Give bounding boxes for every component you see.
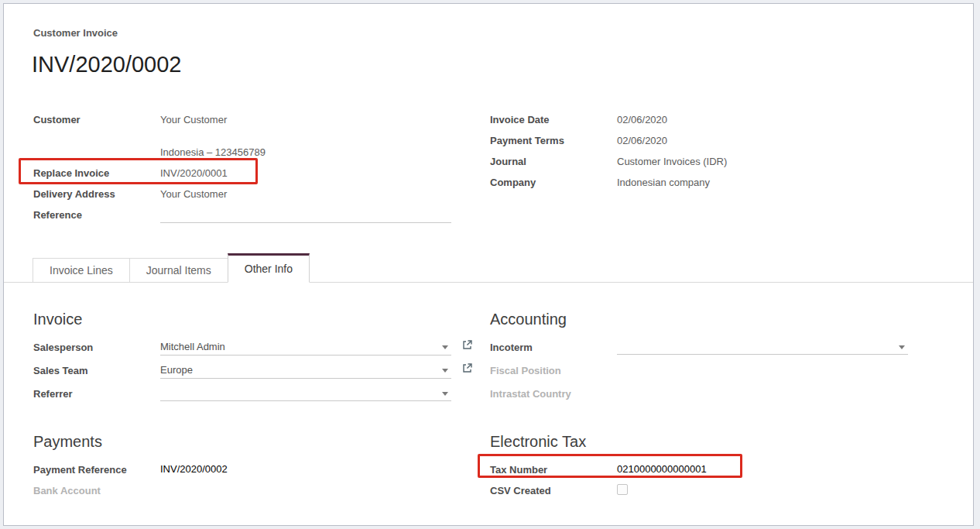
section-accounting: Accounting Incoterm Fiscal Position Intr… xyxy=(490,309,943,409)
field-row-fiscal-position: Fiscal Position xyxy=(490,362,943,386)
referrer-label: Referrer xyxy=(33,386,160,402)
section-electronic-tax: Electronic Tax Tax Number 02100000000000… xyxy=(490,431,943,503)
field-row-reference: Reference xyxy=(33,208,467,223)
field-row-invoice-date: Invoice Date 02/06/2020 xyxy=(490,112,954,128)
payment-reference-label: Payment Reference xyxy=(33,462,160,478)
payment-terms-label: Payment Terms xyxy=(490,133,617,149)
field-row-intrastat-country: Intrastat Country xyxy=(490,386,943,409)
tab-invoice-lines[interactable]: Invoice Lines xyxy=(33,258,130,282)
tab-journal-items[interactable]: Journal Items xyxy=(129,258,228,282)
fiscal-position-label: Fiscal Position xyxy=(490,362,617,379)
replace-invoice-label: Replace Invoice xyxy=(33,166,160,181)
replace-invoice-link[interactable]: INV/2020/0001 xyxy=(160,166,228,181)
company-link[interactable]: Indonesian company xyxy=(617,175,710,191)
tab-other-info[interactable]: Other Info xyxy=(228,253,310,283)
invoice-date-label: Invoice Date xyxy=(490,112,617,128)
notebook-tabbar: Invoice Lines Journal Items Other Info xyxy=(4,253,973,283)
bank-account-label: Bank Account xyxy=(33,483,160,499)
tax-number-value: 0210000000000001 xyxy=(617,462,707,477)
csv-created-label: CSV Created xyxy=(490,483,617,499)
field-row-customer: Customer Your Customer xyxy=(33,112,467,128)
sales-team-label: Sales Team xyxy=(33,362,160,379)
payment-terms-value: 02/06/2020 xyxy=(617,133,667,149)
customer-address-line: Indonesia – 123456789 xyxy=(160,145,467,160)
salesperson-input[interactable]: Mitchell Admin xyxy=(160,339,451,356)
document-type-label: Customer Invoice xyxy=(33,27,118,39)
sales-team-value: Europe xyxy=(160,364,193,376)
referrer-input[interactable] xyxy=(160,386,451,401)
invoice-date-value: 02/06/2020 xyxy=(617,112,667,128)
section-invoice: Invoice Salesperson Mitchell Admin Sales… xyxy=(33,309,486,409)
field-row-payment-reference: Payment Reference INV/2020/0002 xyxy=(33,462,486,483)
field-row-journal: Journal Customer Invoices (IDR) xyxy=(490,154,954,170)
field-row-delivery-address: Delivery Address Your Customer xyxy=(33,187,467,202)
salesperson-label: Salesperson xyxy=(33,339,160,356)
delivery-address-label: Delivery Address xyxy=(33,187,160,202)
sales-team-input[interactable]: Europe xyxy=(160,362,451,379)
payment-reference-value: INV/2020/0002 xyxy=(160,462,228,477)
csv-created-checkbox[interactable] xyxy=(617,484,628,495)
reference-input[interactable] xyxy=(160,208,451,223)
section-invoice-title: Invoice xyxy=(33,309,486,329)
section-payments-title: Payments xyxy=(33,431,486,452)
chevron-down-icon[interactable] xyxy=(442,369,448,373)
field-row-incoterm: Incoterm xyxy=(490,339,943,362)
salesperson-open-record-icon[interactable] xyxy=(461,339,473,356)
page-title: INV/2020/0002 xyxy=(32,52,181,77)
journal-label: Journal xyxy=(490,154,617,170)
header-fields-right: Invoice Date 02/06/2020 Payment Terms 02… xyxy=(490,112,954,196)
field-row-payment-terms: Payment Terms 02/06/2020 xyxy=(490,133,954,149)
chevron-down-icon[interactable] xyxy=(442,392,448,396)
field-row-sales-team: Sales Team Europe xyxy=(33,362,486,386)
field-row-replace-invoice: Replace Invoice INV/2020/0001 xyxy=(33,166,467,181)
chevron-down-icon[interactable] xyxy=(442,345,448,349)
field-row-referrer: Referrer xyxy=(33,386,486,409)
customer-link[interactable]: Your Customer xyxy=(160,112,227,128)
field-row-csv-created: CSV Created xyxy=(490,483,943,503)
tax-number-label: Tax Number xyxy=(490,462,617,478)
customer-label: Customer xyxy=(33,112,160,128)
intrastat-country-label: Intrastat Country xyxy=(490,386,617,402)
external-link-icon xyxy=(461,362,473,374)
section-electronic-tax-title: Electronic Tax xyxy=(490,431,943,452)
delivery-address-link[interactable]: Your Customer xyxy=(160,187,227,202)
section-accounting-title: Accounting xyxy=(490,309,943,329)
header-fields-left: Customer Your Customer Indonesia – 12345… xyxy=(33,112,467,228)
section-payments: Payments Payment Reference INV/2020/0002… xyxy=(33,431,486,503)
field-row-salesperson: Salesperson Mitchell Admin xyxy=(33,339,486,362)
field-row-tax-number: Tax Number 0210000000000001 xyxy=(490,462,943,483)
journal-link[interactable]: Customer Invoices (IDR) xyxy=(617,154,727,170)
external-link-icon xyxy=(461,339,473,351)
salesperson-value: Mitchell Admin xyxy=(160,341,225,352)
incoterm-label: Incoterm xyxy=(490,339,617,356)
sales-team-open-record-icon[interactable] xyxy=(461,362,473,379)
reference-label: Reference xyxy=(33,208,160,223)
field-row-bank-account: Bank Account xyxy=(33,483,486,503)
incoterm-input[interactable] xyxy=(617,339,908,355)
company-label: Company xyxy=(490,175,617,191)
field-row-company: Company Indonesian company xyxy=(490,175,954,191)
chevron-down-icon[interactable] xyxy=(899,345,905,349)
invoice-form-sheet: Customer Invoice INV/2020/0002 Customer … xyxy=(3,3,974,526)
